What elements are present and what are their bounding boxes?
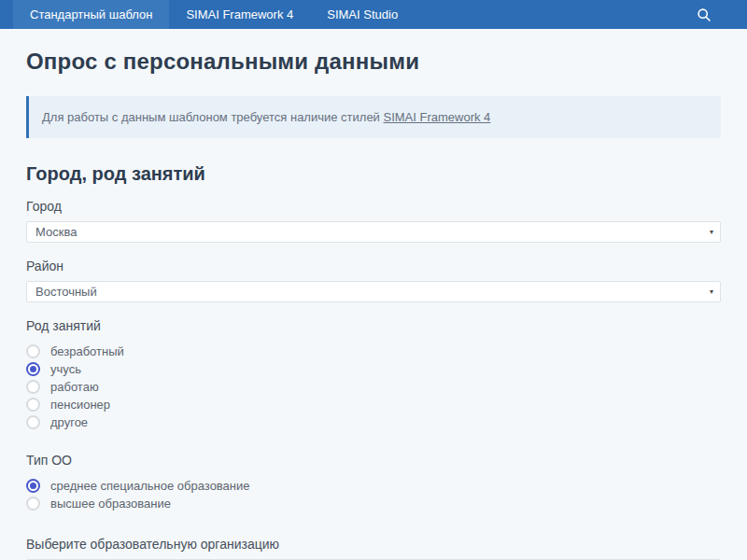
framework-link[interactable]: SIMAI Framework 4 xyxy=(384,110,491,124)
radio-option-studying[interactable]: учусь xyxy=(26,360,721,378)
radio-icon xyxy=(26,344,40,358)
radio-icon xyxy=(26,415,40,429)
organization-label: Выберите образовательную организацию xyxy=(26,537,721,552)
radio-option-higher[interactable]: высшее образование xyxy=(26,495,721,512)
radio-icon xyxy=(26,398,40,412)
radio-option-pensioner[interactable]: пенсионер xyxy=(26,396,721,413)
radio-option-label: другое xyxy=(50,415,88,429)
district-select[interactable]: Восточный ▾ xyxy=(26,281,721,302)
radio-option-secondary-special[interactable]: среднее специальное образование xyxy=(26,477,721,495)
alert-text: Для работы с данным шаблоном требуется н… xyxy=(42,110,384,124)
radio-option-label: безработный xyxy=(50,344,124,358)
radio-option-label: работаю xyxy=(50,380,99,394)
section-title: Город, род занятий xyxy=(26,163,721,185)
radio-option-unemployed[interactable]: безработный xyxy=(26,343,721,360)
chevron-down-icon: ▾ xyxy=(710,287,713,296)
chevron-down-icon: ▾ xyxy=(710,228,713,236)
radio-icon xyxy=(26,497,40,511)
radio-option-other[interactable]: другое xyxy=(26,413,721,431)
radio-option-label: учусь xyxy=(50,362,81,376)
nav-item-simai-framework[interactable]: SIMAI Framework 4 xyxy=(169,0,310,29)
nav-item-standard-template[interactable]: Стандартный шаблон xyxy=(13,0,169,29)
framework-alert: Для работы с данным шаблоном требуется н… xyxy=(26,96,721,138)
search-button[interactable] xyxy=(685,0,723,29)
top-navbar: Стандартный шаблон SIMAI Framework 4 SIM… xyxy=(0,0,747,29)
city-select[interactable]: Москва ▾ xyxy=(26,221,721,243)
radio-option-label: пенсионер xyxy=(50,398,110,412)
edu-type-label: Тип ОО xyxy=(26,453,721,468)
district-select-value: Восточный xyxy=(35,285,97,299)
radio-icon xyxy=(26,380,40,394)
radio-option-label: высшее образование xyxy=(50,497,171,511)
city-select-value: Москва xyxy=(35,225,77,239)
nav-item-simai-studio[interactable]: SIMAI Studio xyxy=(310,0,415,29)
radio-icon xyxy=(26,362,40,376)
page-title: Опрос с персональными данными xyxy=(26,49,721,75)
main-content: Опрос с персональными данными Для работы… xyxy=(0,49,747,560)
radio-option-label: среднее специальное образование xyxy=(50,479,250,493)
occupation-label: Род занятий xyxy=(26,318,721,333)
radio-option-working[interactable]: работаю xyxy=(26,378,721,396)
edu-type-radio-group: среднее специальное образование высшее о… xyxy=(26,477,721,512)
city-label: Город xyxy=(26,199,721,214)
occupation-radio-group: безработный учусь работаю пенсионер друг… xyxy=(26,343,721,431)
district-label: Район xyxy=(26,259,721,273)
radio-icon xyxy=(26,479,40,493)
search-icon xyxy=(697,7,712,22)
nav-spacer xyxy=(415,0,685,29)
